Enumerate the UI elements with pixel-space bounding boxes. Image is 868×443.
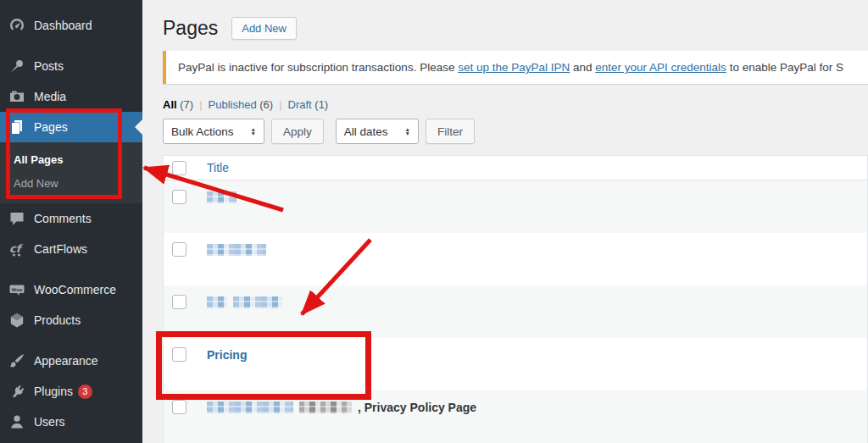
table-row: Pricing xyxy=(164,338,867,390)
row-checkbox[interactable] xyxy=(172,400,186,414)
sidebar-item-label: Dashboard xyxy=(34,19,92,32)
sidebar-item-label: Products xyxy=(34,313,81,327)
sidebar-item-appearance[interactable]: Appearance xyxy=(0,346,142,376)
sidebar-item-comments[interactable]: Comments xyxy=(0,203,142,234)
redacted-title xyxy=(207,401,293,413)
view-count: (7) xyxy=(177,98,194,111)
notice-link[interactable]: set up the PayPal IPN xyxy=(458,61,570,74)
admin-menu: DashboardPostsMediaPagesAll PagesAdd New… xyxy=(0,10,142,437)
all-dates-value: All dates xyxy=(344,125,388,138)
filter-button[interactable]: Filter xyxy=(426,119,475,144)
view-separator: | xyxy=(279,98,281,111)
admin-sidebar: DashboardPostsMediaPagesAll PagesAdd New… xyxy=(0,0,142,443)
update-count-badge: 3 xyxy=(78,385,92,399)
view-count: (1) xyxy=(312,98,329,111)
media-camera-icon xyxy=(8,88,25,105)
table-row xyxy=(164,233,867,285)
woocommerce-icon: Woo xyxy=(8,281,25,298)
notice-text: PayPal is inactive for subscription tran… xyxy=(178,61,458,74)
sidebar-item-plugins[interactable]: Plugins3 xyxy=(0,376,142,407)
table-row: , Privacy Policy Page xyxy=(164,390,867,443)
row-checkbox[interactable] xyxy=(172,190,186,204)
svg-text:Woo: Woo xyxy=(12,287,23,292)
sidebar-item-label: Plugins xyxy=(34,385,73,398)
submenu-item-all-pages[interactable]: All Pages xyxy=(0,148,142,172)
select-arrows-icon: ▲▼ xyxy=(405,127,410,136)
plug-icon xyxy=(8,383,25,400)
row-checkbox[interactable] xyxy=(172,347,186,362)
notice-text: to enable PayPal for S xyxy=(726,61,843,74)
submenu-item-add-new[interactable]: Add New xyxy=(0,172,142,196)
page-title: Pages xyxy=(163,17,218,40)
cartflows-icon: cf xyxy=(8,241,25,257)
bulk-actions-bar: Bulk Actions ▲▼ Apply All dates ▲▼ Filte… xyxy=(163,119,868,144)
redacted-title xyxy=(207,296,227,308)
comment-bubble-icon xyxy=(8,210,25,227)
redacted-title xyxy=(299,401,352,413)
post-state-label: , Privacy Policy Page xyxy=(358,401,476,414)
sidebar-item-posts[interactable]: Posts xyxy=(0,51,142,81)
pushpin-icon xyxy=(8,58,25,75)
user-icon xyxy=(8,413,25,430)
view-published[interactable]: Published xyxy=(209,98,257,111)
select-arrows-icon: ▲▼ xyxy=(251,127,256,136)
sidebar-item-label: CartFlows xyxy=(34,242,87,256)
redacted-title xyxy=(233,296,282,308)
select-all-checkbox[interactable] xyxy=(172,161,186,175)
sidebar-item-dashboard[interactable]: Dashboard xyxy=(0,10,142,41)
apply-button[interactable]: Apply xyxy=(271,119,324,144)
paypal-warning-notice: PayPal is inactive for subscription tran… xyxy=(163,51,868,84)
table-row xyxy=(164,180,867,233)
sidebar-item-label: Posts xyxy=(34,59,64,73)
content-area: Pages Add New PayPal is inactive for sub… xyxy=(142,0,868,443)
sidebar-item-label: Media xyxy=(34,90,66,103)
sidebar-item-media[interactable]: Media xyxy=(0,81,142,112)
redacted-title xyxy=(207,191,236,203)
add-new-button[interactable]: Add New xyxy=(231,17,297,40)
bulk-actions-select[interactable]: Bulk Actions ▲▼ xyxy=(163,119,264,144)
paintbrush-icon xyxy=(8,352,25,369)
svg-text:cf: cf xyxy=(9,242,24,255)
view-count: (6) xyxy=(257,98,274,111)
view-filter-links: All (7)|Published (6)|Draft (1) xyxy=(163,98,868,111)
bulk-actions-value: Bulk Actions xyxy=(171,125,234,138)
notice-text: and xyxy=(570,61,595,74)
product-box-icon xyxy=(8,312,25,329)
sidebar-item-products[interactable]: Products xyxy=(0,305,142,335)
page-header: Pages Add New xyxy=(163,14,868,42)
sidebar-item-label: WooCommerce xyxy=(34,283,116,296)
wordpress-admin-pages-screen: { "colors": { "accent_blue": "#2e71a6", … xyxy=(0,0,868,443)
sidebar-item-label: Users xyxy=(34,415,65,429)
row-checkbox[interactable] xyxy=(172,242,186,257)
row-checkbox[interactable] xyxy=(172,295,186,309)
sidebar-item-woocommerce[interactable]: WooWooCommerce xyxy=(0,274,142,305)
redacted-title xyxy=(207,244,266,256)
dashboard-icon xyxy=(8,17,25,34)
sidebar-item-users[interactable]: Users xyxy=(0,407,142,437)
table-row xyxy=(164,285,867,338)
sidebar-item-cartflows[interactable]: cfCartFlows xyxy=(0,234,142,264)
view-separator: | xyxy=(199,98,202,111)
view-draft[interactable]: Draft xyxy=(288,98,312,111)
pages-table-body: Pricing, Privacy Policy Page xyxy=(164,180,867,443)
notice-link[interactable]: enter your API credentials xyxy=(595,61,726,74)
table-header: Title xyxy=(164,156,867,180)
all-dates-select[interactable]: All dates ▲▼ xyxy=(336,119,419,144)
view-all[interactable]: All xyxy=(163,98,177,111)
sidebar-item-pages[interactable]: Pages xyxy=(0,112,142,142)
column-header-title[interactable]: Title xyxy=(207,161,229,174)
pages-list-table: Title Pricing, Privacy Policy Page xyxy=(163,155,868,443)
sidebar-item-label: Pages xyxy=(34,120,68,134)
sidebar-item-label: Appearance xyxy=(34,354,98,368)
sidebar-item-label: Comments xyxy=(34,212,92,225)
page-title-link[interactable]: Pricing xyxy=(207,348,247,362)
pages-icon xyxy=(8,119,25,136)
pages-submenu: All PagesAdd New xyxy=(0,142,142,203)
